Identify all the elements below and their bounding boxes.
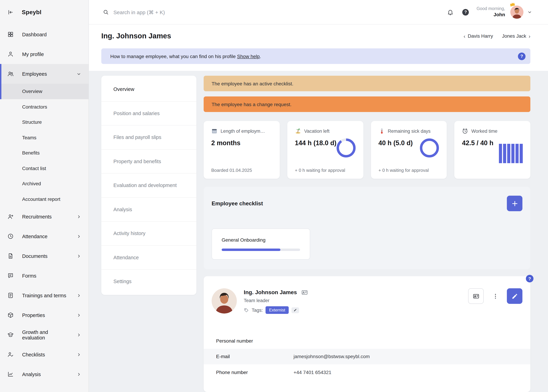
profile-help-icon[interactable]: ?	[526, 275, 534, 282]
app-window: Speybl Dashboard My profile Employees Ov…	[0, 0, 548, 392]
page-content: Ing. Johnson James ‹ Davis Harry Jones J…	[89, 25, 548, 392]
help-banner-suffix: .	[260, 53, 261, 59]
stat-card-remaining-sick-days: Remaining sick days 40 h (5.0 d) + 0 h w…	[371, 121, 447, 179]
sidebar-subitem-benefits[interactable]: Benefits	[0, 145, 89, 161]
sidebar-item-trainings-and-terms[interactable]: Trainings and terms	[0, 286, 89, 305]
banner-help-icon[interactable]: ?	[518, 52, 526, 60]
search-input[interactable]	[113, 9, 231, 15]
stat-title: Vacation left	[304, 128, 330, 134]
edit-employee-button[interactable]	[507, 288, 522, 304]
subnav-item-analysis[interactable]: Analysis	[101, 197, 196, 221]
chevron-right-icon	[76, 233, 82, 239]
sidebar-item-my-profile[interactable]: My profile	[0, 44, 89, 64]
sidebar-subitem-contractors[interactable]: Contractors	[0, 99, 89, 114]
help-banner: How to manage employee, what you can fin…	[101, 48, 530, 64]
person-icon	[7, 51, 14, 57]
sidebar-item-label: Dashboard	[22, 32, 82, 37]
worked-time-bar	[511, 144, 514, 163]
next-employee-link[interactable]: Jones Jack ›	[502, 33, 530, 39]
sidebar-item-employees[interactable]: Employees	[0, 64, 89, 84]
checklist-card-general-onboarding[interactable]: General Onboarding	[211, 229, 310, 260]
subnav-item-attendance[interactable]: Attendance	[101, 245, 196, 269]
sidebar-item-growth-and-evaluation[interactable]: Growth and evaluation	[0, 325, 89, 345]
id-card-icon	[301, 289, 308, 296]
show-help-link[interactable]: Show help	[237, 53, 260, 59]
notifications-bell-icon[interactable]	[447, 9, 454, 15]
subnav-label: Files and payroll slips	[113, 135, 161, 140]
collapse-sidebar-icon[interactable]	[7, 9, 14, 15]
prev-employee-link[interactable]: ‹ Davis Harry	[464, 33, 493, 39]
sidebar-subitem-overview[interactable]: Overview	[0, 84, 89, 99]
detail-row-email: E-mail jamesjohnson@bstwsw.speybl.com	[204, 349, 530, 364]
sidebar-subitem-accountant-report[interactable]: Accountant report	[0, 191, 89, 207]
sidebar-item-attendance[interactable]: Attendance	[0, 226, 89, 246]
chevron-right-icon: ›	[529, 33, 530, 39]
subnav-label: Overview	[113, 86, 134, 92]
sidebar-item-checklists[interactable]: Checklists	[0, 345, 89, 364]
stat-value: 42.5 / 40 h	[462, 139, 494, 147]
change-request-alert: The employee has a change request.	[204, 97, 530, 112]
edit-tags-button[interactable]	[291, 307, 299, 313]
sidebar-item-properties[interactable]: Properties	[0, 305, 89, 325]
chevron-right-icon	[76, 253, 82, 259]
subnav-label: Settings	[113, 279, 132, 284]
alert-text: The employee has an active checklist.	[211, 81, 293, 86]
sidebar-nav: Dashboard My profile Employees Overview …	[0, 25, 89, 392]
chevron-right-icon	[76, 312, 82, 318]
sidebar-item-recruitments[interactable]: Recruitments	[0, 207, 89, 226]
sick-days-donut-chart	[420, 138, 439, 158]
sidebar-subitem-structure[interactable]: Structure	[0, 114, 89, 130]
stat-title: Worked time	[471, 128, 498, 134]
greeting: Good morning, John	[477, 6, 505, 18]
form-icon	[7, 272, 14, 279]
subnav-item-position-and-salaries[interactable]: Position and salaries	[101, 101, 196, 125]
add-checklist-button[interactable]	[507, 196, 522, 211]
chevron-right-icon	[76, 332, 82, 337]
user-avatar[interactable]	[510, 6, 523, 19]
subnav-label: Evaluation and development	[113, 183, 177, 188]
sidebar-item-dashboard[interactable]: Dashboard	[0, 25, 89, 44]
tag-externist[interactable]: Externist	[266, 306, 289, 314]
stat-footer: + 0 h waiting for approval	[379, 168, 429, 173]
content-head: Ing. Johnson James ‹ Davis Harry Jones J…	[89, 25, 548, 71]
subnav-item-files-and-payroll-slips[interactable]: Files and payroll slips	[101, 125, 196, 149]
tags-label: Tags:	[252, 308, 263, 313]
topbar-right: ? Good morning, John	[447, 6, 533, 19]
chevron-down-icon[interactable]	[527, 9, 533, 15]
subnav-item-property-and-benefits[interactable]: Property and benefits	[101, 149, 196, 173]
sidebar-header: Speybl	[0, 0, 89, 25]
detail-label: Phone number	[216, 370, 294, 375]
subnav-item-activity-history[interactable]: Activity history	[101, 221, 196, 245]
subnav-label: Attendance	[113, 255, 139, 260]
detail-row-personal-number: Personal number	[204, 333, 530, 349]
sidebar-item-forms[interactable]: Forms	[0, 266, 89, 286]
sidebar-subitem-label: Archived	[22, 181, 41, 187]
sidebar-subitem-contact-list[interactable]: Contact list	[0, 161, 89, 176]
subnav-item-overview[interactable]: Overview	[101, 77, 196, 101]
subnav-item-evaluation-and-development[interactable]: Evaluation and development	[101, 173, 196, 197]
chevron-right-icon	[76, 352, 82, 357]
subnav-label: Position and salaries	[113, 111, 160, 116]
employee-role: Team leader	[244, 298, 468, 303]
document-icon	[7, 253, 14, 259]
sidebar-subitem-archived[interactable]: Archived	[0, 176, 89, 191]
sidebar-item-label: Properties	[22, 312, 68, 318]
avatar-image	[510, 6, 523, 19]
help-icon[interactable]: ?	[463, 9, 469, 15]
search-icon	[103, 9, 109, 15]
stat-value: 40 h (5.0 d)	[379, 139, 422, 147]
employee-tags: Tags: Externist	[244, 306, 468, 314]
sidebar-item-documents[interactable]: Documents	[0, 246, 89, 266]
kebab-menu-icon	[492, 293, 499, 300]
sidebar-subitem-teams[interactable]: Teams	[0, 130, 89, 145]
subnav-item-settings[interactable]: Settings	[101, 269, 196, 293]
sidebar-item-label: Trainings and terms	[22, 293, 68, 298]
alarm-clock-icon	[462, 128, 468, 134]
box-icon	[7, 312, 14, 318]
subnav-label: Activity history	[113, 231, 145, 236]
contact-card-button[interactable]	[468, 288, 484, 304]
worked-time-bar	[503, 144, 506, 163]
more-options-button[interactable]	[487, 288, 503, 304]
employee-details: Personal number E-mail jamesjohnson@bstw…	[204, 333, 530, 380]
sidebar-item-analysis[interactable]: Analysis	[0, 364, 89, 384]
